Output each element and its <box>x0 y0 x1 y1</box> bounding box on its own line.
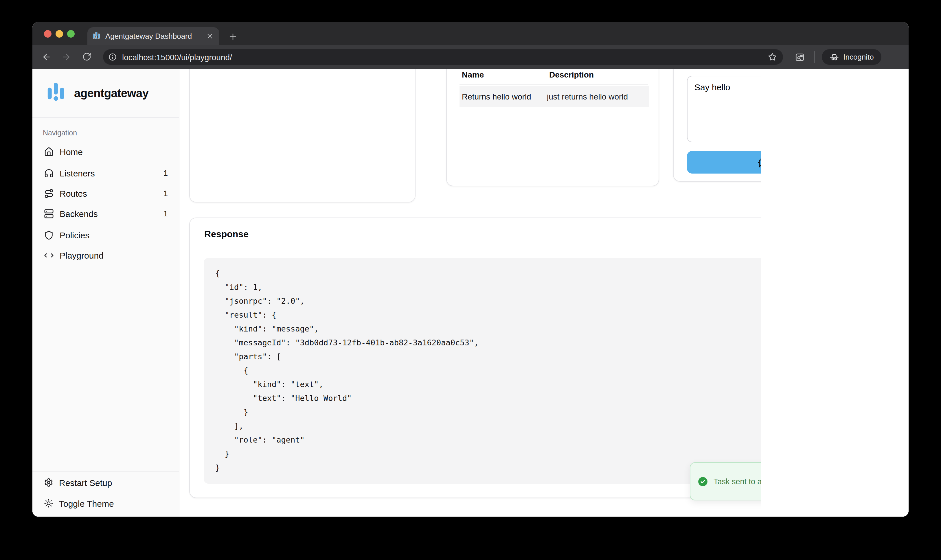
browser-window: Agentgateway Dashboard <box>32 22 909 517</box>
column-header-name: Name <box>462 70 484 79</box>
skill-description: just returns hello world <box>547 92 628 101</box>
shield-icon <box>44 230 54 240</box>
search-tabs-icon[interactable] <box>795 52 805 63</box>
server-icon <box>44 209 54 218</box>
gear-icon <box>44 478 53 487</box>
response-title: Response <box>204 229 249 240</box>
close-window-button[interactable] <box>44 30 51 38</box>
site-info-icon[interactable] <box>108 53 117 62</box>
back-button[interactable] <box>38 49 54 65</box>
url-text: localhost:15000/ui/playground/ <box>122 52 767 62</box>
skill-row[interactable]: Returns hello world just returns hello w… <box>459 86 649 107</box>
tab-strip: Agentgateway Dashboard <box>32 22 909 45</box>
minimize-window-button[interactable] <box>55 30 63 38</box>
sidebar-item-listeners[interactable]: Listeners 1 <box>36 163 176 183</box>
task-message-input[interactable]: Say hello <box>687 76 761 142</box>
check-circle-icon <box>698 476 708 487</box>
toast-message: Task sent to agent using skill Returns h… <box>713 476 761 487</box>
sun-icon <box>44 498 53 508</box>
sidebar-item-playground[interactable]: Playground <box>36 245 176 265</box>
brand[interactable]: agentgateway <box>32 69 179 118</box>
count-badge: 1 <box>163 168 168 178</box>
new-tab-button[interactable] <box>225 29 240 44</box>
route-icon <box>44 188 54 198</box>
sidebar-item-label: Home <box>60 147 83 157</box>
toolbar-separator <box>814 51 815 63</box>
task-card: Say hello Send Task <box>673 69 761 182</box>
sidebar-item-label: Policies <box>60 230 89 240</box>
browser-toolbar: localhost:15000/ui/playground/ <box>32 45 909 69</box>
code-icon <box>44 250 54 260</box>
sidebar-item-label: Listeners <box>60 168 95 178</box>
count-badge: 1 <box>163 189 168 198</box>
home-icon <box>44 147 54 157</box>
incognito-icon <box>829 52 839 62</box>
zoom-window-button[interactable] <box>67 30 75 38</box>
sidebar-item-backends[interactable]: Backends 1 <box>36 204 176 223</box>
table-header-divider <box>459 85 648 85</box>
tab-title: Agentgateway Dashboard <box>105 32 206 40</box>
response-card: Response { "id": 1, "jsonrpc": "2.0", "r… <box>189 217 761 498</box>
screen: Agentgateway Dashboard <box>0 0 941 560</box>
browser-menu-icon[interactable] <box>891 52 901 62</box>
sidebar-item-toggle-theme[interactable]: Toggle Theme <box>36 494 176 513</box>
sidebar-item-label: Routes <box>60 188 87 198</box>
address-bar[interactable]: localhost:15000/ui/playground/ <box>103 49 783 65</box>
sidebar: agentgateway Navigation Home Listeners 1 <box>32 69 179 517</box>
response-json: { "id": 1, "jsonrpc": "2.0", "result": {… <box>204 258 761 483</box>
incognito-badge: Incognito <box>822 49 881 65</box>
skill-name: Returns hello world <box>462 92 547 101</box>
main-area: Name Description Returns hello world jus… <box>179 69 761 517</box>
brand-name: agentgateway <box>74 86 148 100</box>
bookmark-star-icon[interactable] <box>767 52 777 62</box>
forward-button[interactable] <box>58 49 74 65</box>
agentgateway-logo-icon <box>45 82 66 104</box>
headphones-icon <box>44 168 54 178</box>
sidebar-item-label: Backends <box>60 209 98 218</box>
count-badge: 1 <box>163 209 168 218</box>
skills-card: Name Description Returns hello world jus… <box>446 69 659 186</box>
sidebar-item-routes[interactable]: Routes 1 <box>36 183 176 203</box>
send-task-button[interactable]: Send Task <box>687 151 761 174</box>
response-code-block: { "id": 1, "jsonrpc": "2.0", "result": {… <box>204 258 761 484</box>
nav-section-label: Navigation <box>43 129 77 137</box>
incognito-label: Incognito <box>843 53 874 62</box>
sidebar-item-label: Toggle Theme <box>59 498 114 508</box>
agent-card <box>189 69 416 203</box>
sidebar-item-label: Playground <box>60 250 103 260</box>
sidebar-item-restart-setup[interactable]: Restart Setup <box>36 473 176 492</box>
page-content: agentgateway Navigation Home Listeners 1 <box>32 69 909 517</box>
sidebar-item-home[interactable]: Home <box>36 142 176 162</box>
close-tab-icon[interactable] <box>206 32 214 40</box>
sidebar-item-policies[interactable]: Policies <box>36 225 176 245</box>
favicon-agentgateway-icon <box>92 32 101 40</box>
success-toast: Task sent to agent using skill Returns h… <box>690 462 761 500</box>
bot-message-icon <box>757 157 761 168</box>
column-header-description: Description <box>549 70 594 79</box>
sidebar-item-label: Restart Setup <box>59 478 112 488</box>
reload-button[interactable] <box>79 49 95 65</box>
browser-tab[interactable]: Agentgateway Dashboard <box>88 27 219 45</box>
sidebar-footer-divider <box>32 471 179 472</box>
